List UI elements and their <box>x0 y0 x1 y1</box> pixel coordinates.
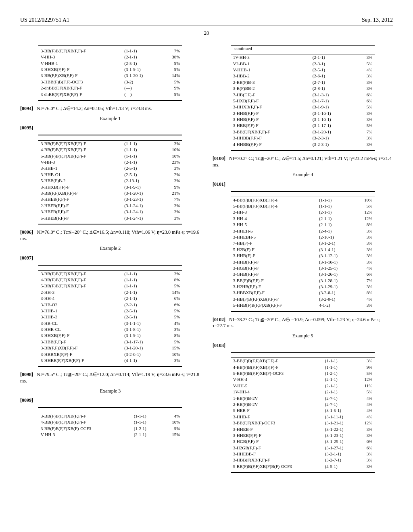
table-cell: 3% <box>354 247 375 253</box>
table-cell: 4-1-2) <box>317 302 354 308</box>
table-cell: 3-HHXB(F,F)-F <box>38 184 122 190</box>
table-cell: V-HH-3 <box>38 159 122 165</box>
table-cell: 3% <box>161 178 183 184</box>
table-cell: (2-7-1) <box>323 395 356 401</box>
table-row: 3-HHXB(F,F)-F(3-1-9-1)9% <box>38 66 183 73</box>
table-row: 3-BB(F,F)XB(F,F)-F(3-1-20-1)7% <box>231 129 375 135</box>
table-row: 3-BB(F)B(F,F)XB(F,F)-F(1-1-1)3% <box>38 140 183 147</box>
table-cell: (2-10-1) <box>317 234 354 240</box>
page-number: 20 <box>20 29 393 37</box>
table-cell: 3% <box>161 140 183 147</box>
table-cell: (2-1-1) <box>122 289 161 295</box>
table-cell: 2-HH-3 <box>38 289 122 295</box>
table-example5: 3-BB(F)B(F,F)XB(F,F)-F(1-1-1)3%4-BB(F)B(… <box>231 352 375 473</box>
table-cell: 7-HB(F,F)-F <box>231 92 310 98</box>
table-cell: (3-1-20-1) <box>122 73 161 79</box>
table-cell: (2-1-1) <box>323 383 356 389</box>
table-cell: 3-HBB(F,F)-F <box>38 339 122 345</box>
table-cell: (1-1-1) <box>317 197 354 203</box>
table-cell: 3-HBB(F,F)-F <box>231 123 310 129</box>
table-row: 3-HHB(F,F)-F(3-1-16-1)3% <box>231 116 375 123</box>
table-cell: 4-BB(F)B(F,F)XB(F,F)-F <box>38 147 122 153</box>
table-cell: 4-BB(F)B(F,F)XB(F,F)-F <box>38 277 122 283</box>
table-cell: (2-4-1) <box>317 228 354 234</box>
para-number: [0100] <box>213 156 225 161</box>
table-cell: 5-H2B(F)-F <box>231 247 317 253</box>
table-cell: 3-HH-4 <box>38 295 122 301</box>
table-cell: 3% <box>161 357 183 364</box>
table-cell: 4% <box>354 296 375 302</box>
table-cell: (3-1-20-1) <box>122 190 161 196</box>
table-row: 5-HEB-F(3-1-5-1)4% <box>231 407 375 414</box>
table-cell: 6% <box>355 98 375 104</box>
table-row: V-HHB-1(2-5-1)9% <box>38 60 183 66</box>
table-cell: (3-2-6-1) <box>122 351 161 357</box>
table-cell: 3-H2GB(F,F)-F <box>231 445 323 451</box>
table-cell: 3-HHB-1 <box>38 165 122 171</box>
table-cell: 3-HHEBH-5 <box>231 234 317 240</box>
table-cell: 3-HBEB(F,F)-F <box>38 209 122 215</box>
example-heading-3: Example 3 <box>20 388 200 395</box>
table-cell: (1-1-1) <box>131 419 161 425</box>
table-row: 2-BB(F)B-3(2-7-1)3% <box>231 79 375 85</box>
table-cell: 3-BB(F)B(F,F)XB(F,F)-F <box>231 358 323 364</box>
table-cell: (3-2-6-1) <box>317 290 354 296</box>
table-cell: (1-1-1) <box>131 413 161 419</box>
table-cell: (1-1-1) <box>122 153 161 159</box>
table-row: 3-HHB-O1(2-5-1)2% <box>38 172 183 178</box>
table-row: 2-HH-3(2-1-1)14% <box>38 289 183 295</box>
table-cell: (2-5-1) <box>122 172 161 178</box>
table-cell: 5% <box>354 203 375 209</box>
table-row: 2-BB(F)B-2V(2-7-1)4% <box>231 401 375 407</box>
table-example3a: 3-BB(F)B(F,F)XB(F,F)-F(1-1-1)4%4-BB(F)B(… <box>38 407 183 438</box>
table-cell: 3-HB(F)B(F,F)XB(F,F)-F <box>231 296 317 302</box>
table-cell: 4% <box>161 413 182 419</box>
table-cell: 3-HBB-2 <box>231 73 310 79</box>
table-row: 3-HH-5(2-1-1)8% <box>231 222 375 228</box>
table-cell: 7% <box>161 48 183 54</box>
table-cell: (2-8-1) <box>310 85 355 91</box>
para-0102: [0102] NI=78.2° C.; Tc≦−20° C.; Δ∈c=10.9… <box>213 317 393 329</box>
table-row: 3-HHXB(F,F)-F(3-1-9-1)8% <box>38 332 183 339</box>
table-row: V2-BB-1(2-3-1)5% <box>231 61 375 67</box>
table-cell: 4-BB(F)B(F,F)XB(F,F)-F <box>231 197 317 203</box>
table-cell: 21% <box>161 190 183 196</box>
table-cell: 15% <box>161 345 183 351</box>
table-cell: 3-BB(F)B(F,F)XB(F,F)-F <box>38 140 122 147</box>
table-cell: 3-B(F)BB-2 <box>231 85 310 91</box>
table-cell: 6% <box>161 302 183 308</box>
table-cell: 10% <box>161 147 183 153</box>
table-cell: 2-BB(F)B-2V <box>231 401 323 407</box>
para-0095: [0095] <box>20 125 200 131</box>
table-cell: (3-1-1-1) <box>122 320 161 326</box>
table-cell: (3-1-21-1) <box>323 420 356 426</box>
table-cell: 3-HB-CL <box>38 320 122 326</box>
table-cell: (2-3-1) <box>310 61 355 67</box>
table-cell: 10% <box>354 197 375 203</box>
table-row: 5-BB(F)B(F,F)XB(F)B(F)-OCF3(4-5-1)3% <box>231 463 375 470</box>
table-cell: 3-HHEBB-F <box>231 451 323 457</box>
para-text: NI=76.0° C.; Δ∈=14.2; Δn=0.105; Vth=1.13… <box>37 106 152 111</box>
table-comparative: 3-BB(F)B(F,F)XB(F,F)-F(1-1-1)7%V-HH-3(2-… <box>38 45 183 101</box>
table-row: 5-HXB(F,F)-F(3-1-7-1)6% <box>231 98 375 104</box>
table-cell: 5-HHB(F)B(F,F)XB(F,F)-F <box>231 302 317 308</box>
table-cell: (1-1-1) <box>323 358 356 364</box>
table-row: 3-HBBXB(F,F)-F(3-2-6-1)10% <box>38 351 183 357</box>
table-cell: 3-HHXB(F,F)-F <box>38 332 122 339</box>
table-row: 3-BB(F)B(F,F)XB(F,F)-F(1-1-1)3% <box>38 270 183 277</box>
table-cell: 5-HBEB(F,F)-F <box>38 215 122 221</box>
table-cell: 3-HHXB(F,F)-F <box>231 104 310 110</box>
table-row: 1V-HH-3(2-1-1)3% <box>231 54 375 61</box>
table-cell: (2-5-1) <box>122 60 161 66</box>
table-cell: 3-BB(F,F)XB(F,F)-F <box>231 129 310 135</box>
table-row: 3-BB(F)B(F,F)XB(F)-OCF3(1-2-1)9% <box>38 426 183 432</box>
example-heading-5: Example 5 <box>213 332 393 339</box>
table-cell: 3% <box>356 457 375 463</box>
table-cell: 3% <box>354 302 375 308</box>
table-cell: 9% <box>161 60 183 66</box>
table-example1: 3-BB(F)B(F,F)XB(F,F)-F(1-1-1)3%4-BB(F)B(… <box>38 135 183 224</box>
table-cell: (1-1-1) <box>122 140 161 147</box>
table-cell: 38% <box>161 54 183 60</box>
table-row: 5-HBEB(F,F)-F(3-1-24-1)3% <box>38 215 183 221</box>
table-cell: (2-1-1) <box>317 216 354 222</box>
